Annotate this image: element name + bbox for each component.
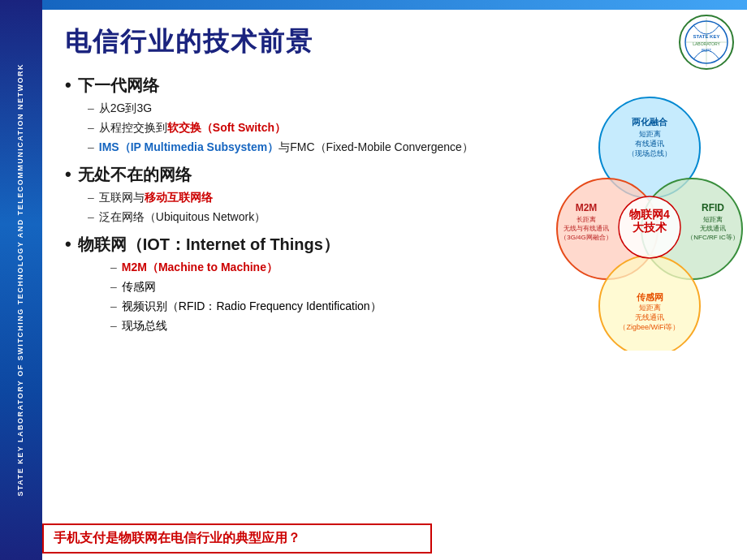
section3-subitems: – M2M（Machine to Machine） – 传感网 – 视频识别（R… [65, 259, 528, 334]
sub-item-text-ubiquitous: 泛在网络（Ubiquitous Network） [99, 209, 528, 226]
logo-icon: STATE KEY LABORATORY BUPT [678, 14, 735, 71]
svg-text:无线通讯: 无线通讯 [700, 225, 726, 232]
sub-item-mobile-internet: – 互联网与移动互联网络 [88, 189, 528, 206]
sub-item-m2m: – M2M（Machine to Machine） [88, 259, 528, 276]
mobile-internet-highlight: 移动互联网络 [145, 191, 213, 204]
svg-text:有线通讯: 有线通讯 [635, 140, 664, 148]
diagram-column: 两化融合 短距离 有线通讯 （现场总线） M2M 长距离 无线与有线通讯 （3G… [536, 75, 747, 351]
svg-text:短距离: 短距离 [703, 216, 723, 223]
svg-text:（现场总线）: （现场总线） [628, 149, 671, 157]
text-column: • 下一代网络 – 从2G到3G – 从程控交换到软交换（Soft Switch… [65, 75, 536, 351]
sub-item-text-rfid: 视频识别（RFID：Radio Frequency Identification… [122, 298, 528, 315]
sub-item-ims: – IMS（IP Multimedia Subsystem）与FMC（Fixed… [88, 139, 528, 156]
sub-item-2g-3g: – 从2G到3G [88, 100, 528, 117]
main-content: STATE KEY LABORATORY BUPT 电信行业的技术前景 • 下一… [42, 10, 747, 560]
bullet-dot-2: • [65, 164, 71, 185]
svg-text:无线通讯: 无线通讯 [635, 313, 664, 321]
sub-item-text-softswitch: 从程控交换到软交换（Soft Switch） [99, 119, 528, 136]
section3-label: 物联网（IOT：Internet of Things） [78, 234, 339, 256]
sub-item-softswitch: – 从程控交换到软交换（Soft Switch） [88, 119, 528, 136]
section-next-gen-network: • 下一代网络 – 从2G到3G – 从程控交换到软交换（Soft Switch… [65, 75, 528, 156]
svg-text:两化融合: 两化融合 [632, 117, 668, 127]
sub-item-text-mobile: 互联网与移动互联网络 [99, 189, 528, 206]
sub-item-text-sensor: 传感网 [122, 278, 528, 295]
section-ubiquitous-network: • 无处不在的网络 – 互联网与移动互联网络 – 泛在网络（Ubiquitous… [65, 164, 528, 226]
svg-text:短距离: 短距离 [639, 130, 661, 138]
logo-area: STATE KEY LABORATORY BUPT [678, 14, 735, 71]
iot-diagram-svg: 两化融合 短距离 有线通讯 （现场总线） M2M 长距离 无线与有线通讯 （3G… [536, 75, 747, 351]
bullet-dot-3: • [65, 234, 71, 255]
bullet-dot-1: • [65, 75, 71, 96]
bullet-main-1: • 下一代网络 [65, 75, 528, 97]
sub-item-rfid: – 视频识别（RFID：Radio Frequency Identificati… [88, 298, 528, 315]
section1-label: 下一代网络 [78, 75, 159, 97]
softswitch-highlight: 软交换（Soft Switch） [167, 121, 286, 134]
svg-text:长距离: 长距离 [576, 216, 596, 223]
sidebar: STATE KEY LABORATORY OF SWITCHING TECHNO… [0, 0, 42, 560]
m2m-highlight: Machine to Machine [158, 261, 266, 274]
bottom-notice-text: 手机支付是物联网在电信行业的典型应用？ [54, 531, 300, 545]
section2-subitems: – 互联网与移动互联网络 – 泛在网络（Ubiquitous Network） [65, 189, 528, 226]
svg-text:物联网4: 物联网4 [628, 208, 670, 221]
svg-text:（3G/4G网融合）: （3G/4G网融合） [560, 234, 612, 241]
section-iot: • 物联网（IOT：Internet of Things） – M2M（Mach… [65, 234, 528, 334]
sub-item-text-m2m: M2M（Machine to Machine） [122, 259, 528, 276]
sub-item-text-fieldbus: 现场总线 [122, 317, 528, 334]
page-title: 电信行业的技术前景 [65, 24, 731, 60]
sub-item-text-2g3g: 从2G到3G [99, 100, 528, 117]
bullet-main-3: • 物联网（IOT：Internet of Things） [65, 234, 528, 256]
sub-item-sensor: – 传感网 [88, 278, 528, 295]
svg-text:（Zigbee/WiFi等）: （Zigbee/WiFi等） [619, 323, 680, 331]
top-bar [42, 0, 747, 10]
svg-text:短距离: 短距离 [639, 304, 661, 312]
bullet-main-2: • 无处不在的网络 [65, 164, 528, 186]
svg-text:（NFC/RF IC等）: （NFC/RF IC等） [687, 234, 739, 241]
svg-text:RFID: RFID [702, 202, 724, 213]
sub-item-ubiquitous: – 泛在网络（Ubiquitous Network） [88, 209, 528, 226]
svg-text:无线与有线通讯: 无线与有线通讯 [563, 225, 609, 232]
sub-item-fieldbus: – 现场总线 [88, 317, 528, 334]
section2-label: 无处不在的网络 [78, 164, 192, 186]
sub-item-text-ims: IMS（IP Multimedia Subsystem）与FMC（Fixed-M… [99, 139, 528, 156]
sidebar-text: STATE KEY LABORATORY OF SWITCHING TECHNO… [16, 63, 26, 497]
svg-text:M2M: M2M [576, 202, 598, 213]
bottom-notice: 手机支付是物联网在电信行业的典型应用？ [42, 523, 432, 554]
ims-highlight: IMS（IP Multimedia Subsystem） [99, 140, 279, 153]
svg-text:传感网: 传感网 [636, 292, 663, 302]
section1-subitems: – 从2G到3G – 从程控交换到软交换（Soft Switch） – IMS（… [65, 100, 528, 156]
iot-diagram: 两化融合 短距离 有线通讯 （现场总线） M2M 长距离 无线与有线通讯 （3G… [536, 75, 747, 351]
svg-text:大技术: 大技术 [632, 221, 667, 234]
content-layout: • 下一代网络 – 从2G到3G – 从程控交换到软交换（Soft Switch… [65, 75, 731, 351]
